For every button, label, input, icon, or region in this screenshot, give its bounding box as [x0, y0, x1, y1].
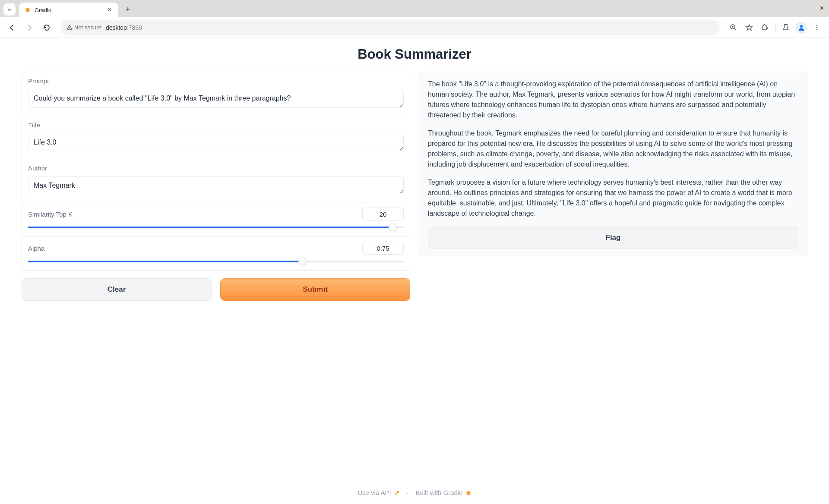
page-title: Book Summarizer — [22, 47, 807, 62]
extensions-icon[interactable] — [758, 21, 772, 35]
svg-point-9 — [816, 27, 818, 28]
prompt-label: Prompt — [28, 77, 404, 85]
gradio-logo-icon — [465, 490, 471, 496]
svg-point-7 — [800, 25, 803, 28]
window-close-button[interactable]: × — [820, 4, 824, 12]
profile-button[interactable] — [794, 21, 808, 35]
back-button[interactable] — [5, 21, 19, 35]
topk-slider-fill — [28, 227, 392, 228]
svg-point-1 — [69, 28, 70, 29]
gradio-favicon-icon — [24, 6, 31, 13]
footer: Use via API · Built with Gradio — [0, 489, 829, 496]
alpha-label: Alpha — [28, 245, 44, 252]
browser-tab-strip: Gradio × + × — [0, 0, 829, 17]
person-icon — [797, 24, 805, 32]
built-with-gradio-link[interactable]: Built with Gradio — [415, 489, 471, 496]
bookmark-icon[interactable] — [742, 21, 756, 35]
zoom-icon[interactable] — [727, 21, 740, 35]
menu-button[interactable] — [810, 21, 824, 35]
title-input[interactable] — [28, 133, 404, 151]
api-icon — [394, 490, 400, 496]
output-text: The book "Life 3.0" is a thought-provoki… — [428, 79, 798, 219]
new-tab-button[interactable]: + — [122, 3, 134, 16]
url-text: desktop:7860 — [106, 24, 142, 31]
output-paragraph-2: Throughout the book, Tegmark emphasizes … — [428, 128, 798, 170]
security-badge[interactable]: Not secure — [66, 24, 101, 31]
alpha-value-input[interactable] — [362, 242, 404, 255]
use-via-api-link[interactable]: Use via API — [358, 489, 402, 496]
tab-close-button[interactable]: × — [106, 6, 113, 14]
tab-search-button[interactable] — [3, 3, 16, 16]
address-bar[interactable]: Not secure desktop:7860 — [60, 20, 720, 35]
browser-toolbar: Not secure desktop:7860 — [0, 17, 829, 38]
output-paragraph-3: Tegmark proposes a vision for a future w… — [428, 177, 798, 219]
topk-label: Similarity Top K — [28, 211, 73, 218]
browser-tab-active[interactable]: Gradio × — [19, 3, 118, 17]
svg-line-3 — [734, 28, 736, 30]
topk-value-input[interactable] — [362, 208, 404, 220]
author-input[interactable] — [28, 176, 404, 194]
labs-icon[interactable] — [779, 21, 793, 35]
reload-button[interactable] — [40, 21, 54, 35]
toolbar-separator — [775, 23, 775, 32]
alpha-slider-thumb[interactable] — [298, 258, 306, 265]
flag-button[interactable]: Flag — [428, 227, 798, 249]
clear-button[interactable]: Clear — [22, 278, 212, 301]
prompt-input[interactable] — [28, 89, 404, 108]
input-form-panel: Prompt Title Author Similarity Top K — [22, 72, 410, 271]
topk-slider[interactable] — [28, 227, 404, 228]
svg-point-8 — [816, 25, 818, 26]
topk-slider-thumb[interactable] — [389, 224, 396, 231]
security-text: Not secure — [74, 24, 101, 31]
author-label: Author — [28, 164, 404, 172]
alpha-slider[interactable] — [28, 261, 404, 262]
submit-button[interactable]: Submit — [220, 278, 410, 301]
output-paragraph-1: The book "Life 3.0" is a thought-provoki… — [428, 79, 798, 120]
forward-button[interactable] — [22, 21, 36, 35]
tab-title: Gradio — [35, 7, 103, 13]
svg-point-10 — [816, 29, 818, 30]
warning-icon — [66, 25, 73, 31]
title-label: Title — [28, 121, 404, 129]
footer-separator: · — [407, 489, 408, 496]
alpha-slider-fill — [28, 261, 302, 262]
output-panel: The book "Life 3.0" is a thought-provoki… — [419, 72, 807, 256]
